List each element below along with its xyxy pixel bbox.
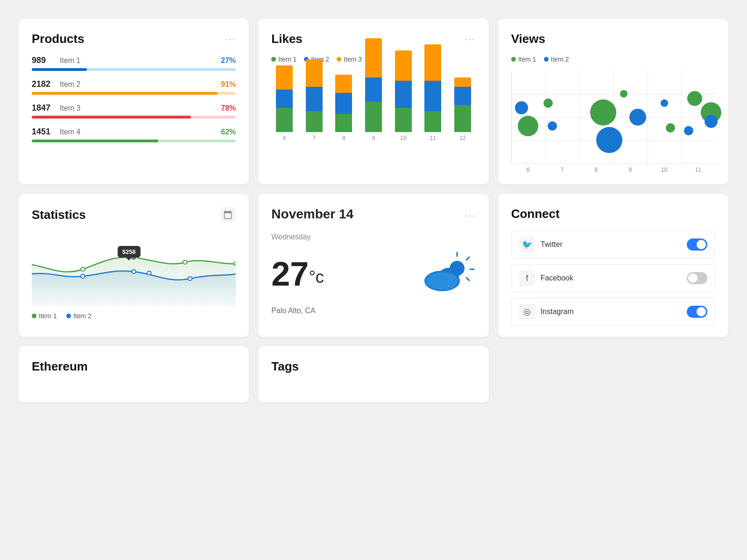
views-legend-item: Item 2 [544,56,569,63]
connect-service-icon: f [519,270,535,286]
stacked-bar [454,77,471,132]
weather-day: Wednesday [271,233,475,241]
views-x-labels: 67891011 [511,167,715,173]
svg-point-0 [81,267,85,271]
product-name: Item 1 [60,56,221,65]
stats-header: Statistics [32,207,236,223]
bar-seg-orange [335,75,352,93]
legend-label: Item 3 [344,56,362,63]
bar-seg-green [424,111,441,133]
bar-group: 7 [301,59,327,141]
bubble [543,98,553,108]
bar-seg-green [335,114,352,132]
products-title: Products [32,32,85,46]
x-axis-label: 6 [511,167,545,173]
x-axis-label: 7 [545,167,579,173]
progress-bar-bg [32,140,236,142]
tags-title: Tags [271,359,299,373]
product-row: 2182 Item 2 91% [32,79,236,95]
grid-line-v [681,70,682,163]
stacked-bar [395,50,412,133]
bubble [620,90,627,98]
legend-label: Item 2 [551,56,569,63]
toggle-knob [688,273,698,283]
bubble [705,115,718,128]
calendar-icon[interactable] [220,207,236,223]
connect-service-name: Twitter [541,240,687,249]
bar-label: 8 [342,135,345,141]
product-number: 2182 [32,79,56,89]
bubble [684,126,693,135]
svg-point-2 [183,260,187,264]
connect-toggle[interactable] [687,272,707,284]
products-more-btn[interactable]: ··· [226,34,236,44]
ethereum-card: Ethereum [19,346,249,402]
product-name: Item 3 [60,104,221,112]
legend-dot [271,57,276,62]
bar-group: 9 [360,38,387,142]
progress-bar-bg [32,68,236,71]
bar-group: 10 [390,50,416,142]
connect-toggle[interactable] [687,238,707,251]
progress-bar-fill [32,92,218,95]
likes-more-btn[interactable]: ··· [465,34,476,44]
bar-seg-orange [365,38,382,78]
bar-seg-orange [424,44,441,81]
connect-list: 🐦 Twitter f Facebook ◎ Instagram [511,231,715,326]
bubble [666,123,675,133]
legend-label: Item 1 [278,56,296,63]
bar-seg-green [365,102,382,132]
bar-label: 7 [312,135,316,141]
bar-seg-blue [335,93,352,114]
product-row: 1451 Item 4 62% [32,127,236,142]
weather-icon [420,251,476,297]
product-number: 1847 [32,103,56,113]
statistics-card: Statistics $258 [19,194,249,337]
scatter-chart [511,70,715,164]
bubble [518,116,538,136]
products-header: Products ··· [32,32,236,46]
progress-bar-fill [32,140,158,142]
views-header: Views [511,32,715,46]
legend-item: Item 1 [271,56,296,63]
weather-card: November 14 ··· Wednesday 27°c [258,194,488,337]
bar-seg-orange [454,77,471,87]
bar-label: 9 [372,135,375,141]
legend-dot [511,57,516,62]
connect-toggle[interactable] [687,306,707,318]
bar-seg-orange [276,65,293,90]
weather-location: Palo Alto, CA [271,307,475,315]
weather-main: 27°c [271,251,475,297]
svg-point-3 [234,262,236,266]
views-title: Views [511,32,545,46]
bar-label: 6 [283,135,286,141]
weather-date: November 14 [271,207,353,222]
legend-dot [544,57,549,62]
views-card: Views Item 1Item 2 67891011 [498,19,728,184]
legend-item: Item 3 [337,56,362,63]
connect-row: 🐦 Twitter [511,231,715,259]
svg-point-16 [426,272,458,290]
product-pct: 91% [221,80,236,89]
svg-point-5 [132,270,136,273]
views-legend-item: Item 1 [511,56,536,63]
bar-seg-green [454,105,471,133]
stacked-bar [335,75,352,133]
bar-group: 6 [271,65,297,141]
progress-bar-bg [32,92,236,95]
tags-card: Tags [258,346,488,402]
bubble [515,101,528,114]
bubble [590,99,616,126]
bubble [548,121,557,131]
views-legend: Item 1Item 2 [511,56,715,63]
bubble [629,109,646,126]
product-pct: 27% [221,56,236,65]
bar-seg-orange [306,59,323,87]
weather-more-btn[interactable]: ··· [465,210,476,221]
product-row: 989 Item 1 27% [32,56,236,71]
bar-seg-green [395,108,412,132]
legend-label: Item 2 [73,312,92,320]
grid-line-h [512,163,715,164]
connect-row: f Facebook [511,264,715,292]
product-number: 989 [32,56,56,65]
